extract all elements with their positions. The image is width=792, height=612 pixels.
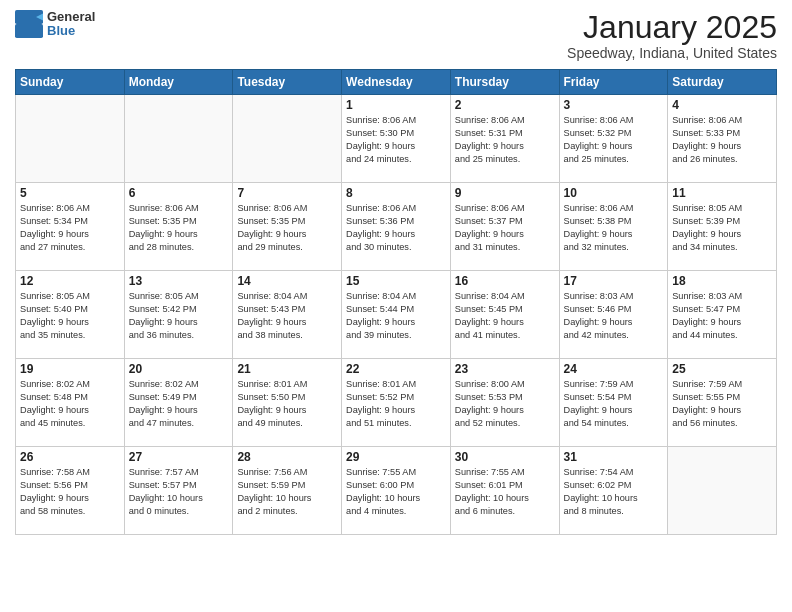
day-number: 12 bbox=[20, 274, 120, 288]
day-number: 4 bbox=[672, 98, 772, 112]
week-row-4: 26Sunrise: 7:58 AM Sunset: 5:56 PM Dayli… bbox=[16, 447, 777, 535]
day-info: Sunrise: 8:06 AM Sunset: 5:31 PM Dayligh… bbox=[455, 114, 555, 166]
day-number: 20 bbox=[129, 362, 229, 376]
day-info: Sunrise: 7:56 AM Sunset: 5:59 PM Dayligh… bbox=[237, 466, 337, 518]
day-number: 25 bbox=[672, 362, 772, 376]
day-cell: 28Sunrise: 7:56 AM Sunset: 5:59 PM Dayli… bbox=[233, 447, 342, 535]
page-container: General Blue January 2025 Speedway, Indi… bbox=[0, 0, 792, 612]
day-number: 31 bbox=[564, 450, 664, 464]
day-info: Sunrise: 8:05 AM Sunset: 5:39 PM Dayligh… bbox=[672, 202, 772, 254]
day-number: 5 bbox=[20, 186, 120, 200]
day-number: 26 bbox=[20, 450, 120, 464]
day-cell: 16Sunrise: 8:04 AM Sunset: 5:45 PM Dayli… bbox=[450, 271, 559, 359]
day-info: Sunrise: 8:06 AM Sunset: 5:35 PM Dayligh… bbox=[237, 202, 337, 254]
day-number: 21 bbox=[237, 362, 337, 376]
day-cell: 27Sunrise: 7:57 AM Sunset: 5:57 PM Dayli… bbox=[124, 447, 233, 535]
day-info: Sunrise: 8:06 AM Sunset: 5:37 PM Dayligh… bbox=[455, 202, 555, 254]
day-number: 6 bbox=[129, 186, 229, 200]
logo-blue-text: Blue bbox=[47, 24, 95, 38]
calendar-header-row: SundayMondayTuesdayWednesdayThursdayFrid… bbox=[16, 70, 777, 95]
day-number: 29 bbox=[346, 450, 446, 464]
day-number: 30 bbox=[455, 450, 555, 464]
week-row-0: 1Sunrise: 8:06 AM Sunset: 5:30 PM Daylig… bbox=[16, 95, 777, 183]
day-info: Sunrise: 8:04 AM Sunset: 5:44 PM Dayligh… bbox=[346, 290, 446, 342]
day-header-sunday: Sunday bbox=[16, 70, 125, 95]
day-cell: 9Sunrise: 8:06 AM Sunset: 5:37 PM Daylig… bbox=[450, 183, 559, 271]
day-number: 7 bbox=[237, 186, 337, 200]
day-info: Sunrise: 8:04 AM Sunset: 5:43 PM Dayligh… bbox=[237, 290, 337, 342]
day-info: Sunrise: 7:57 AM Sunset: 5:57 PM Dayligh… bbox=[129, 466, 229, 518]
day-cell: 13Sunrise: 8:05 AM Sunset: 5:42 PM Dayli… bbox=[124, 271, 233, 359]
day-info: Sunrise: 7:58 AM Sunset: 5:56 PM Dayligh… bbox=[20, 466, 120, 518]
day-cell bbox=[16, 95, 125, 183]
day-header-tuesday: Tuesday bbox=[233, 70, 342, 95]
day-cell: 2Sunrise: 8:06 AM Sunset: 5:31 PM Daylig… bbox=[450, 95, 559, 183]
logo-general: General bbox=[47, 10, 95, 24]
day-info: Sunrise: 8:06 AM Sunset: 5:33 PM Dayligh… bbox=[672, 114, 772, 166]
day-header-monday: Monday bbox=[124, 70, 233, 95]
day-cell bbox=[233, 95, 342, 183]
day-number: 10 bbox=[564, 186, 664, 200]
day-cell: 10Sunrise: 8:06 AM Sunset: 5:38 PM Dayli… bbox=[559, 183, 668, 271]
day-header-thursday: Thursday bbox=[450, 70, 559, 95]
day-number: 14 bbox=[237, 274, 337, 288]
day-info: Sunrise: 7:54 AM Sunset: 6:02 PM Dayligh… bbox=[564, 466, 664, 518]
day-header-saturday: Saturday bbox=[668, 70, 777, 95]
day-info: Sunrise: 7:59 AM Sunset: 5:54 PM Dayligh… bbox=[564, 378, 664, 430]
day-number: 2 bbox=[455, 98, 555, 112]
week-row-3: 19Sunrise: 8:02 AM Sunset: 5:48 PM Dayli… bbox=[16, 359, 777, 447]
day-cell: 7Sunrise: 8:06 AM Sunset: 5:35 PM Daylig… bbox=[233, 183, 342, 271]
svg-rect-1 bbox=[15, 24, 43, 38]
day-cell: 1Sunrise: 8:06 AM Sunset: 5:30 PM Daylig… bbox=[342, 95, 451, 183]
day-cell bbox=[668, 447, 777, 535]
day-number: 16 bbox=[455, 274, 555, 288]
logo-text: General Blue bbox=[47, 10, 95, 39]
week-row-2: 12Sunrise: 8:05 AM Sunset: 5:40 PM Dayli… bbox=[16, 271, 777, 359]
day-number: 15 bbox=[346, 274, 446, 288]
day-info: Sunrise: 8:06 AM Sunset: 5:36 PM Dayligh… bbox=[346, 202, 446, 254]
day-cell: 4Sunrise: 8:06 AM Sunset: 5:33 PM Daylig… bbox=[668, 95, 777, 183]
day-info: Sunrise: 7:59 AM Sunset: 5:55 PM Dayligh… bbox=[672, 378, 772, 430]
header: General Blue January 2025 Speedway, Indi… bbox=[15, 10, 777, 61]
day-info: Sunrise: 7:55 AM Sunset: 6:00 PM Dayligh… bbox=[346, 466, 446, 518]
day-number: 13 bbox=[129, 274, 229, 288]
day-info: Sunrise: 8:06 AM Sunset: 5:32 PM Dayligh… bbox=[564, 114, 664, 166]
day-info: Sunrise: 8:01 AM Sunset: 5:50 PM Dayligh… bbox=[237, 378, 337, 430]
calendar-table: SundayMondayTuesdayWednesdayThursdayFrid… bbox=[15, 69, 777, 535]
day-info: Sunrise: 8:05 AM Sunset: 5:40 PM Dayligh… bbox=[20, 290, 120, 342]
day-info: Sunrise: 8:04 AM Sunset: 5:45 PM Dayligh… bbox=[455, 290, 555, 342]
day-info: Sunrise: 8:06 AM Sunset: 5:34 PM Dayligh… bbox=[20, 202, 120, 254]
day-number: 3 bbox=[564, 98, 664, 112]
day-cell: 25Sunrise: 7:59 AM Sunset: 5:55 PM Dayli… bbox=[668, 359, 777, 447]
day-number: 9 bbox=[455, 186, 555, 200]
day-info: Sunrise: 7:55 AM Sunset: 6:01 PM Dayligh… bbox=[455, 466, 555, 518]
logo-icon bbox=[15, 10, 43, 38]
day-info: Sunrise: 8:00 AM Sunset: 5:53 PM Dayligh… bbox=[455, 378, 555, 430]
day-info: Sunrise: 8:03 AM Sunset: 5:47 PM Dayligh… bbox=[672, 290, 772, 342]
day-cell: 19Sunrise: 8:02 AM Sunset: 5:48 PM Dayli… bbox=[16, 359, 125, 447]
day-number: 24 bbox=[564, 362, 664, 376]
day-info: Sunrise: 8:03 AM Sunset: 5:46 PM Dayligh… bbox=[564, 290, 664, 342]
day-info: Sunrise: 8:05 AM Sunset: 5:42 PM Dayligh… bbox=[129, 290, 229, 342]
day-cell: 12Sunrise: 8:05 AM Sunset: 5:40 PM Dayli… bbox=[16, 271, 125, 359]
day-number: 8 bbox=[346, 186, 446, 200]
day-cell: 11Sunrise: 8:05 AM Sunset: 5:39 PM Dayli… bbox=[668, 183, 777, 271]
day-number: 1 bbox=[346, 98, 446, 112]
day-number: 28 bbox=[237, 450, 337, 464]
day-cell: 14Sunrise: 8:04 AM Sunset: 5:43 PM Dayli… bbox=[233, 271, 342, 359]
day-cell: 3Sunrise: 8:06 AM Sunset: 5:32 PM Daylig… bbox=[559, 95, 668, 183]
month-title: January 2025 bbox=[567, 10, 777, 45]
day-cell: 29Sunrise: 7:55 AM Sunset: 6:00 PM Dayli… bbox=[342, 447, 451, 535]
day-number: 23 bbox=[455, 362, 555, 376]
day-cell: 22Sunrise: 8:01 AM Sunset: 5:52 PM Dayli… bbox=[342, 359, 451, 447]
day-info: Sunrise: 8:01 AM Sunset: 5:52 PM Dayligh… bbox=[346, 378, 446, 430]
day-info: Sunrise: 8:02 AM Sunset: 5:49 PM Dayligh… bbox=[129, 378, 229, 430]
day-cell: 17Sunrise: 8:03 AM Sunset: 5:46 PM Dayli… bbox=[559, 271, 668, 359]
day-cell: 24Sunrise: 7:59 AM Sunset: 5:54 PM Dayli… bbox=[559, 359, 668, 447]
day-header-friday: Friday bbox=[559, 70, 668, 95]
day-cell: 31Sunrise: 7:54 AM Sunset: 6:02 PM Dayli… bbox=[559, 447, 668, 535]
day-info: Sunrise: 8:06 AM Sunset: 5:35 PM Dayligh… bbox=[129, 202, 229, 254]
day-number: 27 bbox=[129, 450, 229, 464]
day-cell: 26Sunrise: 7:58 AM Sunset: 5:56 PM Dayli… bbox=[16, 447, 125, 535]
week-row-1: 5Sunrise: 8:06 AM Sunset: 5:34 PM Daylig… bbox=[16, 183, 777, 271]
